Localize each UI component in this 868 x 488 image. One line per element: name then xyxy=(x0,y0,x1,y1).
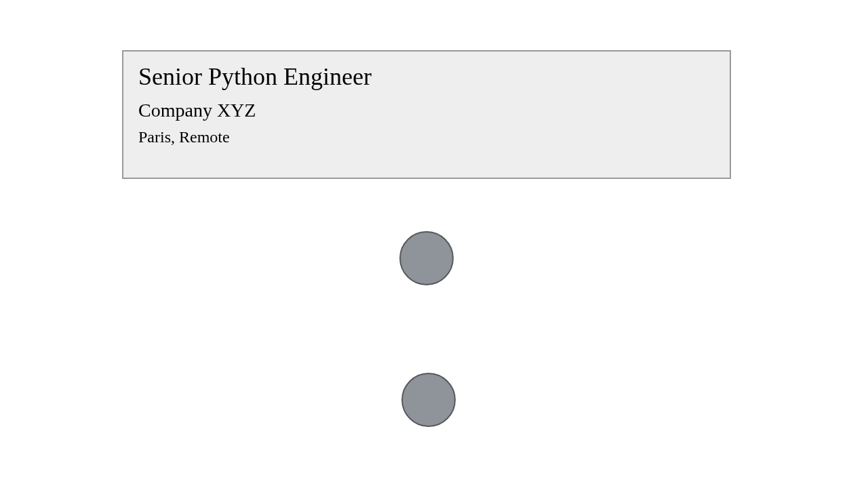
vertical-ellipsis-dot-icon xyxy=(399,231,454,285)
job-title: Senior Python Engineer xyxy=(138,61,716,93)
job-company: Company XYZ xyxy=(138,98,716,123)
job-location: Paris, Remote xyxy=(138,127,716,148)
job-card: Senior Python Engineer Company XYZ Paris… xyxy=(122,50,731,179)
vertical-ellipsis-dot-icon xyxy=(401,373,456,427)
